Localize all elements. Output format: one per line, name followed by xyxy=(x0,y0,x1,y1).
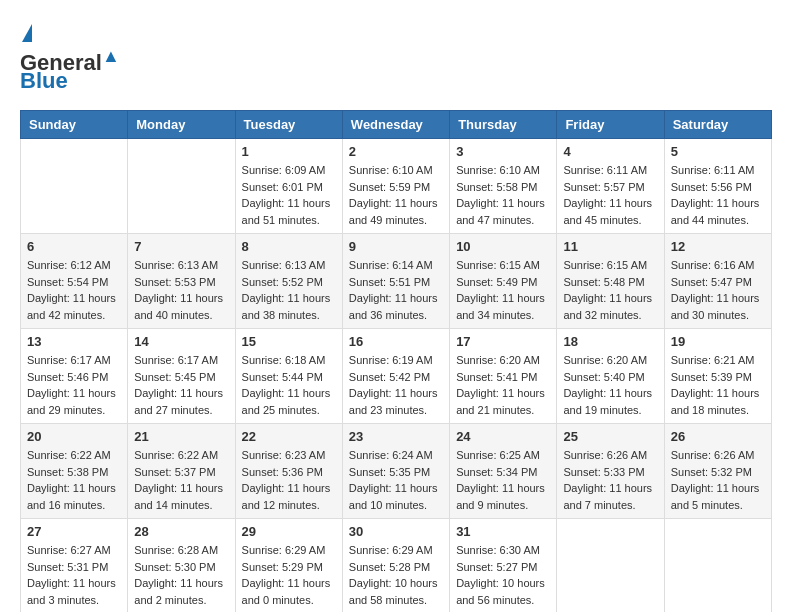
sunset-text: Sunset: 6:01 PM xyxy=(242,181,323,193)
sunrise-text: Sunrise: 6:09 AM xyxy=(242,164,326,176)
sunset-text: Sunset: 5:57 PM xyxy=(563,181,644,193)
day-info: Sunrise: 6:20 AM Sunset: 5:41 PM Dayligh… xyxy=(456,352,550,418)
sunset-text: Sunset: 5:47 PM xyxy=(671,276,752,288)
sunset-text: Sunset: 5:45 PM xyxy=(134,371,215,383)
weekday-header: Saturday xyxy=(664,111,771,139)
calendar-week-row: 1 Sunrise: 6:09 AM Sunset: 6:01 PM Dayli… xyxy=(21,139,772,234)
calendar-cell: 24 Sunrise: 6:25 AM Sunset: 5:34 PM Dayl… xyxy=(450,424,557,519)
sunset-text: Sunset: 5:48 PM xyxy=(563,276,644,288)
day-number: 4 xyxy=(563,144,657,159)
calendar-cell: 26 Sunrise: 6:26 AM Sunset: 5:32 PM Dayl… xyxy=(664,424,771,519)
page-header: General▲ Blue xyxy=(20,20,772,94)
sunrise-text: Sunrise: 6:18 AM xyxy=(242,354,326,366)
sunrise-text: Sunrise: 6:15 AM xyxy=(563,259,647,271)
calendar-week-row: 27 Sunrise: 6:27 AM Sunset: 5:31 PM Dayl… xyxy=(21,519,772,612)
sunset-text: Sunset: 5:42 PM xyxy=(349,371,430,383)
calendar-cell: 25 Sunrise: 6:26 AM Sunset: 5:33 PM Dayl… xyxy=(557,424,664,519)
day-info: Sunrise: 6:11 AM Sunset: 5:57 PM Dayligh… xyxy=(563,162,657,228)
day-number: 15 xyxy=(242,334,336,349)
day-number: 19 xyxy=(671,334,765,349)
day-info: Sunrise: 6:26 AM Sunset: 5:33 PM Dayligh… xyxy=(563,447,657,513)
day-number: 20 xyxy=(27,429,121,444)
calendar-cell: 10 Sunrise: 6:15 AM Sunset: 5:49 PM Dayl… xyxy=(450,234,557,329)
calendar-cell xyxy=(128,139,235,234)
day-number: 22 xyxy=(242,429,336,444)
calendar-table: SundayMondayTuesdayWednesdayThursdayFrid… xyxy=(20,110,772,612)
sunset-text: Sunset: 5:39 PM xyxy=(671,371,752,383)
daylight-text: Daylight: 11 hours and 25 minutes. xyxy=(242,387,331,416)
day-info: Sunrise: 6:25 AM Sunset: 5:34 PM Dayligh… xyxy=(456,447,550,513)
sunrise-text: Sunrise: 6:29 AM xyxy=(242,544,326,556)
calendar-cell: 30 Sunrise: 6:29 AM Sunset: 5:28 PM Dayl… xyxy=(342,519,449,612)
day-number: 21 xyxy=(134,429,228,444)
sunset-text: Sunset: 5:53 PM xyxy=(134,276,215,288)
sunset-text: Sunset: 5:58 PM xyxy=(456,181,537,193)
day-number: 13 xyxy=(27,334,121,349)
sunset-text: Sunset: 5:30 PM xyxy=(134,561,215,573)
daylight-text: Daylight: 11 hours and 9 minutes. xyxy=(456,482,545,511)
calendar-cell: 29 Sunrise: 6:29 AM Sunset: 5:29 PM Dayl… xyxy=(235,519,342,612)
daylight-text: Daylight: 11 hours and 21 minutes. xyxy=(456,387,545,416)
sunrise-text: Sunrise: 6:22 AM xyxy=(27,449,111,461)
day-number: 12 xyxy=(671,239,765,254)
calendar-cell: 23 Sunrise: 6:24 AM Sunset: 5:35 PM Dayl… xyxy=(342,424,449,519)
calendar-week-row: 20 Sunrise: 6:22 AM Sunset: 5:38 PM Dayl… xyxy=(21,424,772,519)
sunrise-text: Sunrise: 6:20 AM xyxy=(563,354,647,366)
weekday-header: Friday xyxy=(557,111,664,139)
calendar-cell: 21 Sunrise: 6:22 AM Sunset: 5:37 PM Dayl… xyxy=(128,424,235,519)
daylight-text: Daylight: 11 hours and 38 minutes. xyxy=(242,292,331,321)
sunset-text: Sunset: 5:32 PM xyxy=(671,466,752,478)
weekday-header: Tuesday xyxy=(235,111,342,139)
sunset-text: Sunset: 5:27 PM xyxy=(456,561,537,573)
calendar-cell: 6 Sunrise: 6:12 AM Sunset: 5:54 PM Dayli… xyxy=(21,234,128,329)
weekday-header: Wednesday xyxy=(342,111,449,139)
daylight-text: Daylight: 10 hours and 56 minutes. xyxy=(456,577,545,606)
calendar-cell xyxy=(664,519,771,612)
day-info: Sunrise: 6:24 AM Sunset: 5:35 PM Dayligh… xyxy=(349,447,443,513)
weekday-header: Monday xyxy=(128,111,235,139)
sunset-text: Sunset: 5:49 PM xyxy=(456,276,537,288)
sunrise-text: Sunrise: 6:22 AM xyxy=(134,449,218,461)
day-number: 18 xyxy=(563,334,657,349)
day-number: 25 xyxy=(563,429,657,444)
sunset-text: Sunset: 5:33 PM xyxy=(563,466,644,478)
day-info: Sunrise: 6:17 AM Sunset: 5:46 PM Dayligh… xyxy=(27,352,121,418)
sunrise-text: Sunrise: 6:12 AM xyxy=(27,259,111,271)
daylight-text: Daylight: 11 hours and 36 minutes. xyxy=(349,292,438,321)
sunset-text: Sunset: 5:59 PM xyxy=(349,181,430,193)
calendar-cell: 12 Sunrise: 6:16 AM Sunset: 5:47 PM Dayl… xyxy=(664,234,771,329)
daylight-text: Daylight: 11 hours and 14 minutes. xyxy=(134,482,223,511)
day-info: Sunrise: 6:27 AM Sunset: 5:31 PM Dayligh… xyxy=(27,542,121,608)
daylight-text: Daylight: 11 hours and 3 minutes. xyxy=(27,577,116,606)
day-number: 11 xyxy=(563,239,657,254)
sunrise-text: Sunrise: 6:26 AM xyxy=(563,449,647,461)
sunrise-text: Sunrise: 6:28 AM xyxy=(134,544,218,556)
day-number: 17 xyxy=(456,334,550,349)
day-info: Sunrise: 6:29 AM Sunset: 5:29 PM Dayligh… xyxy=(242,542,336,608)
calendar-cell: 2 Sunrise: 6:10 AM Sunset: 5:59 PM Dayli… xyxy=(342,139,449,234)
sunset-text: Sunset: 5:36 PM xyxy=(242,466,323,478)
daylight-text: Daylight: 11 hours and 42 minutes. xyxy=(27,292,116,321)
calendar-cell: 22 Sunrise: 6:23 AM Sunset: 5:36 PM Dayl… xyxy=(235,424,342,519)
sunset-text: Sunset: 5:46 PM xyxy=(27,371,108,383)
sunset-text: Sunset: 5:40 PM xyxy=(563,371,644,383)
sunset-text: Sunset: 5:31 PM xyxy=(27,561,108,573)
calendar-cell: 3 Sunrise: 6:10 AM Sunset: 5:58 PM Dayli… xyxy=(450,139,557,234)
calendar-cell: 13 Sunrise: 6:17 AM Sunset: 5:46 PM Dayl… xyxy=(21,329,128,424)
day-info: Sunrise: 6:10 AM Sunset: 5:59 PM Dayligh… xyxy=(349,162,443,228)
calendar-cell: 9 Sunrise: 6:14 AM Sunset: 5:51 PM Dayli… xyxy=(342,234,449,329)
day-info: Sunrise: 6:12 AM Sunset: 5:54 PM Dayligh… xyxy=(27,257,121,323)
calendar-cell: 14 Sunrise: 6:17 AM Sunset: 5:45 PM Dayl… xyxy=(128,329,235,424)
calendar-cell: 17 Sunrise: 6:20 AM Sunset: 5:41 PM Dayl… xyxy=(450,329,557,424)
sunrise-text: Sunrise: 6:13 AM xyxy=(134,259,218,271)
daylight-text: Daylight: 11 hours and 27 minutes. xyxy=(134,387,223,416)
daylight-text: Daylight: 11 hours and 0 minutes. xyxy=(242,577,331,606)
day-number: 8 xyxy=(242,239,336,254)
daylight-text: Daylight: 10 hours and 58 minutes. xyxy=(349,577,438,606)
sunset-text: Sunset: 5:56 PM xyxy=(671,181,752,193)
calendar-cell: 4 Sunrise: 6:11 AM Sunset: 5:57 PM Dayli… xyxy=(557,139,664,234)
day-number: 1 xyxy=(242,144,336,159)
day-number: 14 xyxy=(134,334,228,349)
sunrise-text: Sunrise: 6:26 AM xyxy=(671,449,755,461)
sunrise-text: Sunrise: 6:11 AM xyxy=(671,164,755,176)
